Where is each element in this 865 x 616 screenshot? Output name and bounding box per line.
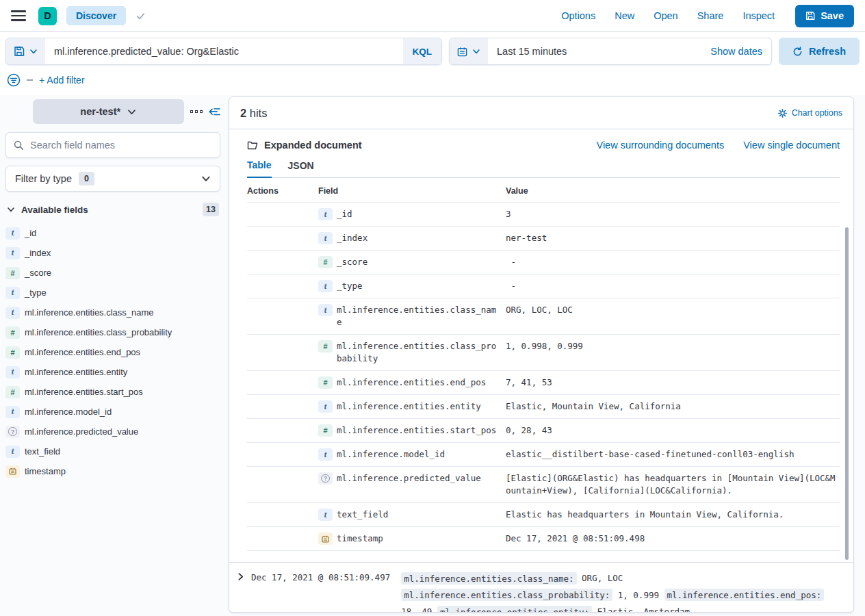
field-item-_score[interactable]: #_score: [5, 263, 220, 283]
query-input[interactable]: ml.inference.predicted_value: Org&Elasti…: [45, 38, 403, 64]
refresh-button[interactable]: Refresh: [779, 38, 860, 65]
row-field: tml.inference.model_id: [318, 448, 506, 461]
row-field-name: ml.inference.model_id: [337, 448, 445, 461]
nav-link-share[interactable]: Share: [697, 10, 724, 21]
chevron-down-icon: [472, 47, 480, 55]
content-area: ner-test* Filter by type 0: [0, 95, 865, 613]
doc-table-row-ml.inference.predicted_value: ?ml.inference.predicted_value[Elastic](O…: [247, 467, 840, 503]
field-type-string-icon: t: [318, 208, 333, 220]
field-item-ml.inference.entities.end_pos[interactable]: #ml.inference.entities.end_pos: [5, 342, 220, 362]
field-item-ml.inference.entities.class_probability[interactable]: #ml.inference.entities.class_probability: [5, 322, 220, 342]
row-field: ttext_field: [318, 509, 506, 521]
show-dates-button[interactable]: Show dates: [701, 38, 771, 64]
view-surrounding-documents-link[interactable]: View surrounding documents: [596, 140, 724, 151]
saved-query-menu[interactable]: [6, 38, 45, 64]
row-value: 3: [506, 208, 840, 220]
field-item-_index[interactable]: t_index: [5, 243, 220, 263]
field-type-string-icon: t: [318, 509, 333, 521]
field-search-input[interactable]: [30, 140, 212, 151]
hits-header: 2 hits Chart options: [229, 97, 853, 129]
row-field-name: _index: [337, 232, 367, 244]
tab-json[interactable]: JSON: [288, 159, 314, 177]
field-type-number-icon: #: [318, 424, 333, 437]
row-field-name: ml.inference.entities.entity: [337, 400, 481, 413]
field-type-question-icon: ?: [5, 426, 20, 438]
date-quick-menu[interactable]: [450, 38, 488, 64]
collapse-sidebar-icon[interactable]: [209, 107, 220, 117]
field-type-string-icon: t: [5, 446, 20, 458]
nav-link-inspect[interactable]: Inspect: [743, 10, 775, 21]
nav-link-new[interactable]: New: [615, 10, 634, 21]
field-type-string-icon: t: [5, 406, 20, 418]
filter-by-type[interactable]: Filter by type 0: [5, 166, 220, 192]
row-field: #_score: [318, 256, 506, 268]
field-item-timestamp[interactable]: timestamp: [5, 461, 220, 481]
field-item-_type[interactable]: t_type: [5, 283, 220, 303]
field-type-string-icon: t: [318, 400, 333, 413]
doc-table-row-ml.inference.entities.class_name: tml.inference.entities.class_nameORG, LO…: [247, 298, 840, 335]
available-fields-label: Available fields: [21, 205, 88, 215]
field-name: ml.inference.entities.start_pos: [25, 387, 143, 397]
row-field: #ml.inference.entities.class_probability: [318, 340, 506, 365]
document-summary: ml.inference.entities.class_name: ORG, L…: [401, 569, 837, 613]
row-value: -: [506, 280, 840, 292]
save-icon: [805, 11, 815, 21]
filter-icon[interactable]: [7, 73, 21, 87]
breadcrumb[interactable]: Discover: [66, 6, 126, 25]
hits-count: 2 hits: [240, 107, 267, 120]
field-type-string-icon: t: [318, 280, 333, 292]
doc-table-row-_type: t_type -: [247, 274, 840, 298]
available-fields-header[interactable]: Available fields 13: [7, 203, 219, 216]
field-search: [5, 132, 220, 158]
save-button[interactable]: Save: [795, 5, 854, 27]
row-value: Elastic has headquarters in Mountain Vie…: [506, 509, 840, 521]
refresh-icon: [792, 47, 803, 57]
row-value: -: [506, 256, 840, 268]
view-single-document-link[interactable]: View single document: [743, 140, 840, 151]
field-type-date-icon: [318, 532, 333, 545]
field-item-_id[interactable]: t_id: [5, 223, 220, 243]
row-field: timestamp: [318, 532, 506, 545]
menu-icon[interactable]: [11, 10, 26, 21]
doc-table-body: t_id3t_indexner-test#_score - t_type - t…: [247, 203, 840, 551]
nav-link-options[interactable]: Options: [561, 10, 595, 21]
index-pattern-switcher[interactable]: ner-test*: [33, 99, 184, 124]
time-range[interactable]: Last 15 minutes: [488, 38, 701, 64]
check-icon: [135, 11, 146, 21]
doc-table-row-ml.inference.entities.class_probability: #ml.inference.entities.class_probability…: [247, 335, 840, 371]
field-name: ml.inference.entities.entity: [25, 367, 127, 377]
row-field-name: text_field: [337, 509, 388, 521]
field-name: _id: [25, 228, 36, 238]
field-type-string-icon: t: [5, 307, 20, 319]
scrollbar-thumb[interactable]: [845, 227, 849, 560]
gear-icon: [778, 109, 787, 118]
field-name: ml.inference.model_id: [25, 407, 112, 417]
app-logo[interactable]: D: [38, 7, 57, 25]
field-type-date-icon: [5, 465, 20, 478]
index-pattern-label: ner-test*: [80, 106, 120, 117]
field-item-ml.inference.entities.entity[interactable]: tml.inference.entities.entity: [5, 362, 220, 382]
expanded-document-tabs: Table JSON: [247, 159, 840, 178]
save-button-label: Save: [821, 10, 844, 21]
column-actions: Actions: [247, 186, 318, 196]
expand-document-icon[interactable]: [236, 569, 245, 581]
field-settings-icon[interactable]: [190, 110, 203, 114]
add-filter-button[interactable]: + Add filter: [39, 75, 85, 86]
chart-options-button[interactable]: Chart options: [778, 108, 842, 118]
row-value: Dec 17, 2021 @ 08:51:09.498: [506, 532, 840, 545]
field-type-number-icon: #: [318, 256, 333, 268]
field-item-ml.inference.model_id[interactable]: tml.inference.model_id: [5, 402, 220, 422]
field-item-ml.inference.entities.class_name[interactable]: tml.inference.entities.class_name: [5, 303, 220, 322]
row-value: elastic__distilbert-base-cased-finetuned…: [506, 448, 840, 461]
field-item-text_field[interactable]: ttext_field: [5, 441, 220, 461]
field-list: t_idt_index#_scoret_typetml.inference.en…: [5, 223, 220, 481]
row-field-name: _score: [337, 256, 367, 268]
nav-link-open[interactable]: Open: [654, 10, 677, 21]
row-value: [Elastic](ORG&Elastic) has headquarters …: [506, 472, 840, 497]
query-language-button[interactable]: KQL: [403, 38, 442, 64]
field-type-string-icon: t: [5, 247, 20, 259]
field-item-ml.inference.entities.start_pos[interactable]: #ml.inference.entities.start_pos: [5, 382, 220, 402]
tab-table[interactable]: Table: [247, 159, 272, 178]
field-item-ml.inference.predicted_value[interactable]: ?ml.inference.predicted_value: [5, 422, 220, 441]
hits-label: hits: [250, 107, 268, 119]
